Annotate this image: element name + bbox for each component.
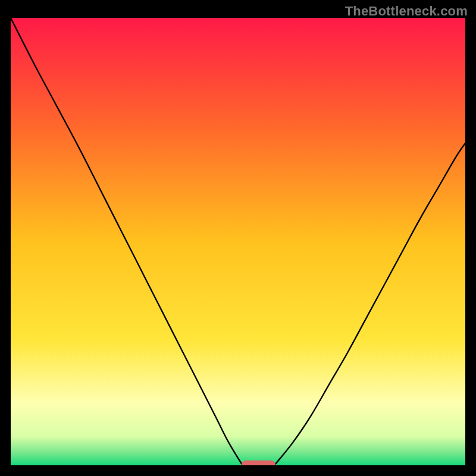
gradient-background <box>11 18 465 465</box>
target-marker <box>242 461 275 465</box>
chart-frame: TheBottleneck.com <box>0 0 476 476</box>
plot-area <box>11 18 465 465</box>
watermark-label: TheBottleneck.com <box>345 4 468 19</box>
bottleneck-chart <box>11 18 465 465</box>
